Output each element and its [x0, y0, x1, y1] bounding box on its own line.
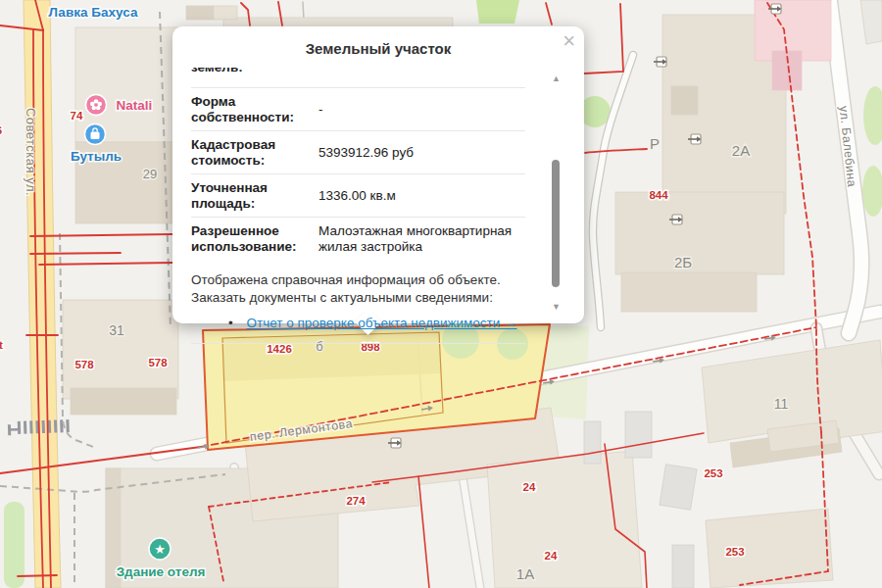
cadastral-number-label: 24 [523, 481, 536, 493]
close-icon[interactable]: × [563, 30, 575, 52]
entrance-arrow-icon [654, 57, 667, 67]
popup-title: Земельный участок [172, 26, 584, 57]
scroll-up-icon[interactable]: ▲ [551, 74, 562, 83]
scroll-thumb[interactable] [552, 160, 560, 287]
note-line1: Отображена справочная информация об объе… [191, 271, 525, 289]
report-link[interactable]: Отчет о проверке объекта недвижимости → [247, 316, 517, 330]
attr-label: Форма собственности: [191, 87, 309, 130]
balebina-street-label: ул. Балебина [837, 105, 859, 187]
svg-text:★: ★ [154, 542, 166, 557]
attr-value: 1336.00 кв.м [309, 173, 525, 217]
popup-scrollbar[interactable]: ▲ ▼ [551, 74, 562, 312]
cadastral-number-label: 578 [74, 359, 94, 370]
attr-value: 5393912.96 руб [309, 130, 525, 173]
attr-value [309, 68, 525, 87]
attr-label: земель: [191, 68, 309, 87]
building-label: 31 [109, 322, 124, 338]
building-label: 1А [516, 565, 534, 582]
cadastral-number-label: 253 [725, 546, 744, 558]
cadastral-number-label: 578 [148, 357, 168, 368]
building-label: Р [650, 135, 660, 152]
bottom-divider [191, 343, 525, 344]
cadastral-number-label: 24 [545, 550, 558, 562]
popup-body: земель:Форма собственности:-Кадастровая … [191, 68, 525, 314]
building-label: 2Б [674, 254, 692, 270]
tree [497, 328, 528, 360]
sovetskaya-road [24, 0, 61, 588]
table-row: Форма собственности:- [191, 87, 525, 130]
report-link-row: • Отчет о проверке объекта недвижимости … [228, 316, 525, 330]
attr-value: - [309, 87, 525, 130]
table-row: земель: [191, 68, 525, 87]
building-label: 11 [774, 396, 789, 412]
cadastral-number-label: 253 [704, 467, 722, 479]
building-label: 29 [143, 167, 157, 181]
cadastral-number-label: 274 [346, 495, 366, 507]
attr-label: Разрешенное использование: [191, 217, 309, 261]
butyl-shopping-bag-icon[interactable] [85, 124, 106, 145]
sovetskaya-street-label: Советская ул. [24, 108, 38, 196]
poi-natali[interactable]: Natali [117, 98, 153, 113]
list-bullet: • [228, 316, 233, 330]
map-app: ★ Советская ул.пер. Лермонтоваул. Балеби… [0, 0, 882, 588]
table-row: Уточненная площадь:1336.00 кв.м [191, 173, 525, 217]
building-label: 2А [732, 142, 750, 159]
cadastral-number-label: 6 [0, 124, 2, 136]
cadastral-number-label: t [0, 339, 3, 351]
poi-hotel[interactable]: Здание отеля [117, 564, 206, 579]
parcel-info-popup: × Земельный участок земель:Форма собстве… [172, 26, 584, 323]
attr-label: Уточненная площадь: [191, 173, 309, 217]
attr-value: Малоэтажная многоквартирная жилая застро… [309, 217, 525, 261]
table-row: Кадастровая стоимость:5393912.96 руб [191, 130, 525, 173]
cadastral-number-label: 844 [649, 189, 668, 201]
note-line2: Заказать документы с актуальными сведени… [191, 289, 525, 307]
popup-note: Отображена справочная информация об объе… [191, 271, 525, 307]
attribute-table: земель:Форма собственности:-Кадастровая … [191, 68, 525, 261]
attr-label: Кадастровая стоимость: [191, 130, 309, 173]
table-row: Разрешенное использование:Малоэтажная мн… [191, 217, 525, 261]
poi-lavka-bahusa[interactable]: Лавка Бахуса [49, 5, 138, 20]
building-label: б [316, 339, 322, 354]
scroll-down-icon[interactable]: ▼ [551, 302, 562, 312]
cadastral-number-label: 74 [71, 110, 83, 122]
cadastral-number-label: 1426 [267, 343, 292, 355]
poi-butyl[interactable]: Бутыль [71, 149, 122, 164]
hotel-star-icon[interactable]: ★ [149, 538, 171, 560]
natali-flower-icon[interactable] [86, 95, 107, 116]
